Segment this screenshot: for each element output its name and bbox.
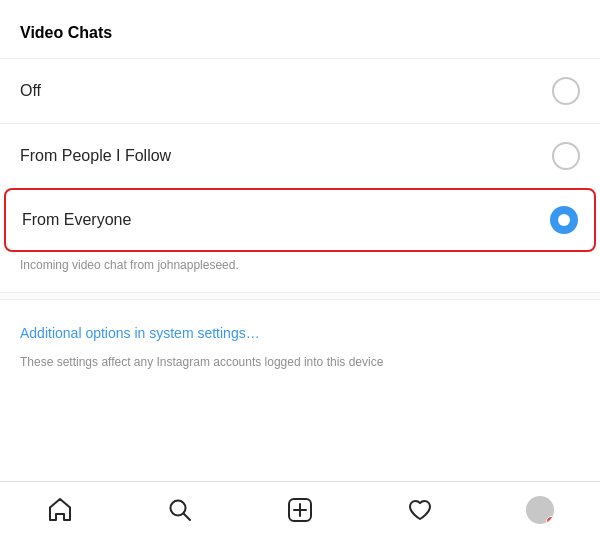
radio-btn-follow[interactable] xyxy=(552,142,580,170)
additional-options-link[interactable]: Additional options in system settings… xyxy=(20,325,260,341)
additional-options[interactable]: Additional options in system settings… xyxy=(0,308,600,348)
section-divider xyxy=(0,292,600,300)
option-row-off[interactable]: Off xyxy=(0,58,600,123)
nav-search[interactable] xyxy=(156,486,204,534)
svg-line-1 xyxy=(184,513,190,519)
heart-icon xyxy=(407,497,433,523)
add-icon xyxy=(287,497,313,523)
profile-avatar[interactable] xyxy=(526,496,554,524)
option-row-everyone[interactable]: From Everyone xyxy=(4,188,596,252)
page-container: Video Chats Off From People I Follow Fro… xyxy=(0,0,600,541)
section-title: Video Chats xyxy=(0,0,600,58)
search-icon xyxy=(167,497,193,523)
nav-activity[interactable] xyxy=(396,486,444,534)
content-area: Video Chats Off From People I Follow Fro… xyxy=(0,0,600,481)
radio-btn-off[interactable] xyxy=(552,77,580,105)
sub-text: Incoming video chat from johnappleseed. xyxy=(0,252,600,284)
nav-profile[interactable] xyxy=(516,486,564,534)
home-icon xyxy=(47,497,73,523)
nav-add[interactable] xyxy=(276,486,324,534)
settings-note: These settings affect any Instagram acco… xyxy=(0,348,600,387)
option-label-everyone: From Everyone xyxy=(22,211,131,229)
bottom-nav xyxy=(0,481,600,541)
radio-btn-everyone[interactable] xyxy=(550,206,578,234)
option-row-follow[interactable]: From People I Follow xyxy=(0,123,600,188)
option-label-follow: From People I Follow xyxy=(20,147,171,165)
nav-home[interactable] xyxy=(36,486,84,534)
option-label-off: Off xyxy=(20,82,41,100)
